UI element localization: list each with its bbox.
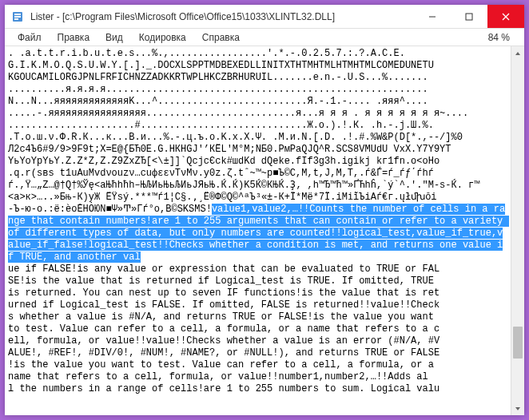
text-line: to test. Value can refer to a cell, a fo…: [8, 323, 440, 335]
text-line: SE!is the value that is returned if Logi…: [8, 275, 434, 287]
menu-file[interactable]: Файл: [10, 30, 50, 45]
text-line: !is the value you want to test. Value ca…: [8, 359, 434, 370]
menubar: Файл Правка Вид Кодировка Справка 84 %: [5, 29, 524, 46]
percent-indicator: 84 %: [479, 32, 519, 43]
text-line: <a>к>…..»Бњ-К)yЖ ЁŸsý.***™ѓ1¦C§.,̧ Ё®Ф©Q…: [8, 192, 437, 203]
svg-marker-9: [515, 407, 520, 410]
text-line: .....-.яяяяяяяяяяяяяяяяя................…: [8, 108, 468, 119]
scroll-thumb[interactable]: [513, 327, 523, 359]
text-line: ..........я.я.я.я.......................…: [8, 84, 428, 95]
svg-rect-1: [14, 14, 21, 15]
scroll-up-button[interactable]: [511, 46, 524, 60]
menu-edit[interactable]: Правка: [50, 30, 98, 45]
text-line: YьYоYpYьY.Z.Z*Z,Z.Z9ZxZЂ[<\±]]`QcjcЄck#ш…: [8, 156, 440, 167]
menu-view[interactable]: Вид: [97, 30, 131, 45]
svg-marker-8: [515, 52, 520, 55]
window-controls: [414, 5, 524, 28]
svg-rect-2: [14, 16, 21, 18]
text-line: KGOUCAMILORGJPNLFRFICHNZZADKKRTWPLHKCZBR…: [8, 72, 428, 83]
text-line: ѓ.,Ÿ…„Z…@†Q†%Ўę<аЊћhћh–ЊЉИьЊьЉИьЈЯьЊ.Ќ.Ќ…: [8, 180, 480, 191]
close-button[interactable]: [487, 5, 524, 28]
app-window: Lister - [c:\Program Files\Microsoft Off…: [5, 5, 524, 415]
text-line: ell, formula, or value!!value!!Checks wh…: [8, 335, 440, 347]
minimize-button[interactable]: [414, 5, 451, 28]
scroll-down-button[interactable]: [511, 402, 524, 415]
menu-help[interactable]: Справка: [194, 30, 248, 45]
text-line: ......................#.................…: [8, 120, 434, 131]
text-line: -Ъ-ю-о.:ё:ѐоĖНȮЮΝ■Ψ»Ͳ»Гѓ°о,B©SKSMS!: [8, 204, 212, 215]
text-line: s whether a value is #N/A, and returns T…: [8, 311, 434, 323]
text-line: name that refers to a cell, formula, or …: [8, 371, 428, 382]
text-line: G.I.K.M.O.Q.S.U.W.Y.[.]._.DOCXLSPPTMDBEX…: [8, 60, 434, 71]
text-line: .q.r(sвs t1uAuMvdνоuzν…сuфεενTνMν.y0z.ζ.…: [8, 168, 434, 179]
svg-rect-5: [466, 14, 472, 20]
maximize-button[interactable]: [451, 5, 487, 28]
text-line: Л2с4Ъ6#9/9>9F9t;X=E@{БЋ0E.G.HКHGJ'’КËL'M…: [8, 144, 451, 155]
app-icon: [11, 10, 24, 23]
svg-rect-3: [14, 18, 18, 20]
text-line: ue if FALSE!is any value or expression t…: [8, 263, 440, 275]
content-area: . .a.t.t.r.i.b.u.t.e.s...%.,............…: [5, 46, 524, 415]
text-line: . .a.t.t.r.i.b.u.t.e.s...%.,............…: [8, 48, 405, 59]
text-line: ALUE!, #REF!, #DIV/0!, #NUM!, #NAME?, or…: [8, 347, 440, 359]
scroll-track[interactable]: [511, 60, 524, 402]
text-viewer[interactable]: . .a.t.t.r.i.b.u.t.e.s...%.,............…: [5, 46, 511, 415]
text-line: is returned. You can nest up to seven IF…: [8, 287, 440, 299]
menu-encoding[interactable]: Кодировка: [131, 30, 194, 45]
text-line: l the numbers in a range of cells!are 1 …: [8, 383, 440, 394]
text-line: N...N...яяяяяяяяяяяяяK...^..............…: [8, 96, 428, 107]
text-line: .T.о.ш.ν.Φ.R.К...к...В.и...%.-.ц.ъ.о.K.х…: [8, 132, 463, 143]
window-title: Lister - [c:\Program Files\Microsoft Off…: [30, 11, 414, 22]
vertical-scrollbar[interactable]: [511, 46, 524, 415]
text-line: urned if Logical_test is FALSE. If omitt…: [8, 299, 440, 311]
titlebar[interactable]: Lister - [c:\Program Files\Microsoft Off…: [5, 5, 524, 29]
